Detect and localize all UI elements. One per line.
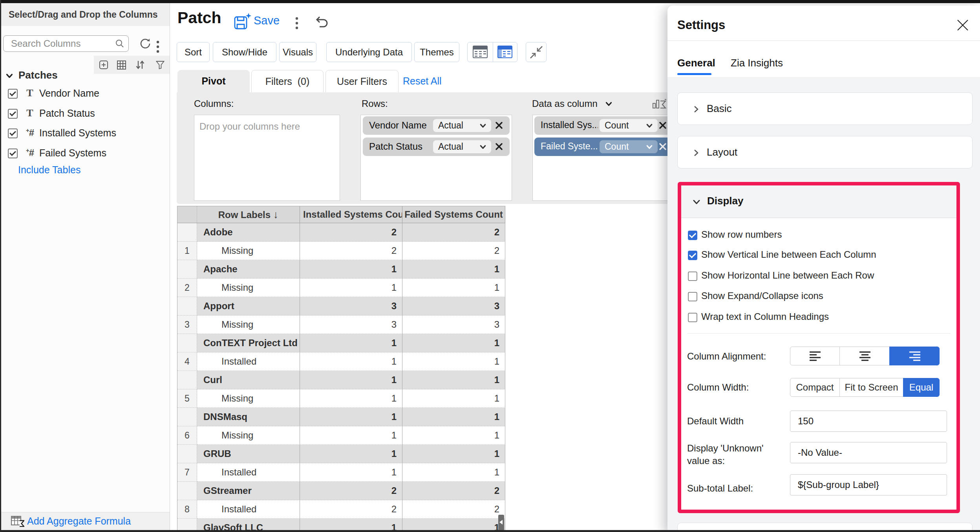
- subtotal-input[interactable]: ${Sub-group Label}: [790, 474, 947, 495]
- add-column-button[interactable]: [99, 61, 108, 71]
- row-label-cell: Missing: [197, 389, 300, 408]
- table-row[interactable]: 1Missing22: [177, 242, 505, 260]
- column-width-fit-button[interactable]: Fit to Screen: [839, 378, 903, 397]
- table-row[interactable]: ConTEXT Project Ltd11: [177, 334, 505, 352]
- data-pill-failed-systems[interactable]: Failed Syste...Count: [534, 138, 673, 156]
- field-checkbox[interactable]: [8, 128, 18, 138]
- toolbar-visuals-button[interactable]: Visuals: [279, 42, 316, 62]
- column-width-equal-button[interactable]: Equal: [903, 378, 940, 397]
- table-row[interactable]: Apport33: [177, 297, 505, 316]
- accordion-basic[interactable]: Basic: [677, 92, 973, 125]
- display-checkbox[interactable]: [688, 231, 697, 240]
- toolbar-underlying-data-button[interactable]: Underlying Data: [326, 42, 412, 62]
- rownum-cell: [177, 519, 197, 530]
- rownum-cell: 6: [177, 426, 197, 445]
- field-checkbox[interactable]: [8, 89, 18, 99]
- reset-all-link[interactable]: Reset All: [403, 75, 442, 87]
- tab-zia-insights[interactable]: Zia Insights: [731, 57, 783, 69]
- row-pill-patch-status[interactable]: Patch StatusActual: [363, 138, 510, 156]
- undo-button[interactable]: [314, 16, 329, 31]
- toolbar-show-hide-button[interactable]: Show/Hide: [213, 42, 276, 62]
- pill-remove-button[interactable]: [659, 122, 666, 130]
- include-tables-link[interactable]: Include Tables: [18, 164, 80, 176]
- sidebar-kebab-button[interactable]: [156, 40, 159, 55]
- data-pill-installed-systems[interactable]: Installed Sys...Count: [534, 116, 673, 135]
- tab-general[interactable]: General: [677, 57, 715, 69]
- table-header-failed[interactable]: Failed Systems Count: [402, 206, 505, 223]
- toolbar-sort-button[interactable]: Sort: [177, 42, 210, 62]
- pill-aggregation-select[interactable]: Actual: [433, 140, 491, 153]
- table-view-button[interactable]: [468, 42, 493, 62]
- search-icon-wrap[interactable]: [115, 39, 124, 50]
- pill-aggregation-select[interactable]: Actual: [433, 119, 491, 132]
- table-row[interactable]: 7Installed11: [177, 463, 505, 482]
- select-chevron-wrap: [479, 143, 486, 152]
- display-checkbox[interactable]: [688, 292, 697, 301]
- pill-remove-button[interactable]: [495, 143, 503, 152]
- display-checkbox[interactable]: [688, 272, 697, 281]
- table-row[interactable]: DNSMasq11: [177, 408, 505, 426]
- row-pill-vendor-name[interactable]: Vendor NameActual: [363, 116, 510, 135]
- table-row[interactable]: Apache11: [177, 260, 505, 279]
- table-row[interactable]: 5Missing11: [177, 389, 505, 408]
- table-row[interactable]: Curl11: [177, 371, 505, 389]
- table-row[interactable]: 6Missing11: [177, 426, 505, 445]
- save-button[interactable]: Save: [234, 13, 251, 32]
- installed-count-cell: 1: [300, 426, 402, 445]
- table-scroll-handle[interactable]: [498, 515, 504, 530]
- default-width-input[interactable]: 150: [790, 411, 947, 432]
- pill-aggregation-select[interactable]: Count: [600, 140, 658, 153]
- table-row[interactable]: 3Missing33: [177, 316, 505, 334]
- tab-filters[interactable]: Filters (0): [251, 70, 324, 92]
- tab-user-filters[interactable]: User Filters: [325, 70, 399, 92]
- table-header-row-labels[interactable]: Row Labels ↓: [197, 206, 300, 223]
- field-checkbox[interactable]: [8, 109, 18, 119]
- unknown-value-input[interactable]: -No Value-: [790, 442, 947, 463]
- checkmark-icon: [9, 110, 16, 116]
- chart-sigma-button[interactable]: [653, 99, 667, 112]
- grid-view-button[interactable]: [117, 61, 126, 71]
- table-row[interactable]: 2Missing11: [177, 279, 505, 297]
- align-right-button[interactable]: [889, 347, 940, 365]
- table-row[interactable]: GlavSoft LLC11: [177, 519, 505, 530]
- settings-close-button[interactable]: [956, 19, 969, 33]
- failed-count-cell: 3: [402, 297, 505, 316]
- display-section-header[interactable]: Display: [681, 185, 956, 218]
- accordion-layout[interactable]: Layout: [677, 136, 973, 169]
- align-left-icon-wrap: [809, 351, 821, 363]
- table-row[interactable]: Adobe22: [177, 223, 505, 242]
- filter-columns-button[interactable]: [156, 61, 165, 71]
- data-zone-header[interactable]: Data as column: [532, 97, 634, 109]
- field-checkbox[interactable]: [8, 149, 18, 158]
- installed-count-cell: 1: [300, 334, 402, 352]
- settings-title: Settings: [677, 18, 725, 32]
- field-type-number-icon: +#: [26, 147, 34, 158]
- refresh-button[interactable]: [139, 37, 152, 51]
- align-left-button[interactable]: [790, 347, 840, 365]
- pill-aggregation-select[interactable]: Count: [600, 119, 658, 132]
- align-center-button[interactable]: [839, 347, 890, 365]
- settings-header-divider: [667, 40, 980, 41]
- sort-descending-icon: ↓: [273, 209, 279, 220]
- collapse-view-button[interactable]: [526, 42, 547, 62]
- columns-drop-zone[interactable]: Drop your columns here: [194, 115, 340, 201]
- toolbar-themes-button[interactable]: Themes: [414, 42, 459, 62]
- title-kebab-button[interactable]: [295, 17, 298, 31]
- column-width-compact-button[interactable]: Compact: [790, 378, 840, 397]
- table-header-installed[interactable]: Installed Systems Cou: [300, 206, 402, 223]
- table-row[interactable]: GRUB11: [177, 445, 505, 463]
- sidebar-tools-strip: [94, 56, 170, 74]
- pivot-view-button[interactable]: [493, 42, 517, 62]
- sort-columns-button[interactable]: [135, 60, 145, 71]
- pill-remove-button[interactable]: [659, 143, 666, 152]
- table-row[interactable]: 4Installed11: [177, 352, 505, 371]
- search-input[interactable]: Search Columns: [3, 35, 129, 52]
- rownum-value: 5: [185, 393, 190, 404]
- table-row[interactable]: 8Installed22: [177, 500, 505, 519]
- tab-pivot[interactable]: Pivot: [177, 70, 250, 92]
- display-checkbox[interactable]: [688, 313, 697, 322]
- add-aggregate-formula-link[interactable]: Add Aggregate Formula: [27, 515, 131, 527]
- table-row[interactable]: GStreamer22: [177, 482, 505, 500]
- display-checkbox[interactable]: [688, 251, 697, 260]
- pill-remove-button[interactable]: [495, 122, 503, 130]
